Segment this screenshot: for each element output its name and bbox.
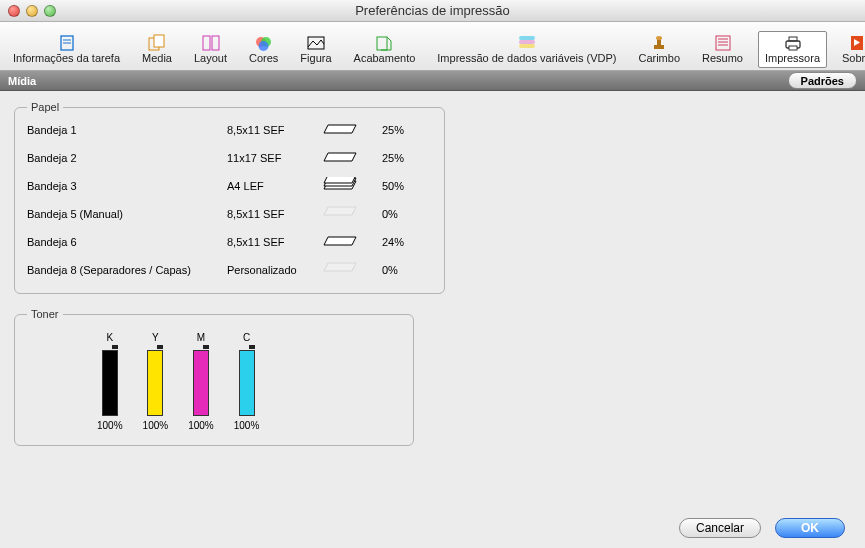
tray-level-icon [322, 149, 382, 167]
svg-point-17 [656, 36, 662, 40]
toolbar-item-impress[interactable]: Impressora [758, 31, 827, 68]
tray-name: Bandeja 3 [27, 180, 227, 192]
toner-item: K100% [97, 332, 123, 431]
content-area: Papel Bandeja 18,5x11 SEF25%Bandeja 211x… [0, 91, 865, 470]
toner-value: 100% [143, 420, 169, 431]
toner-legend: Toner [27, 308, 63, 320]
toner-item: Y100% [143, 332, 169, 431]
svg-rect-18 [716, 36, 730, 50]
toolbar-item-label: Figura [300, 52, 331, 64]
toolbar: Informações da tarefaMediaLayoutCoresFig… [0, 22, 865, 71]
ok-button-label: OK [801, 521, 819, 535]
toner-item: M100% [188, 332, 214, 431]
toolbar-item-sobre[interactable]: Sobre [835, 31, 865, 68]
toner-group: Toner K100%Y100%M100%C100% [14, 308, 414, 446]
toolbar-item-info[interactable]: Informações da tarefa [6, 31, 127, 68]
carimbo-icon [648, 34, 670, 52]
figura-icon [305, 34, 327, 52]
tray-level: 0% [382, 208, 432, 220]
cores-icon [253, 34, 275, 52]
toolbar-item-cores[interactable]: Cores [242, 31, 285, 68]
defaults-button[interactable]: Padrões [788, 72, 857, 89]
tray-level: 24% [382, 236, 432, 248]
window-title: Preferências de impressão [0, 3, 865, 18]
toolbar-item-label: Carimbo [638, 52, 680, 64]
tray-name: Bandeja 2 [27, 152, 227, 164]
toolbar-item-label: Impressora [765, 52, 820, 64]
toner-cap-icon [112, 345, 118, 349]
svg-point-9 [258, 41, 268, 51]
paper-grid: Bandeja 18,5x11 SEF25%Bandeja 211x17 SEF… [27, 121, 432, 279]
toolbar-item-label: Media [142, 52, 172, 64]
minimize-icon[interactable] [26, 5, 38, 17]
tray-level: 25% [382, 124, 432, 136]
tray-size: 8,5x11 SEF [227, 124, 322, 136]
impress-icon [782, 34, 804, 52]
titlebar: Preferências de impressão [0, 0, 865, 22]
tray-name: Bandeja 5 (Manual) [27, 208, 227, 220]
toolbar-item-acab[interactable]: Acabamento [347, 31, 423, 68]
toolbar-item-label: Sobre [842, 52, 865, 64]
toolbar-item-resumo[interactable]: Resumo [695, 31, 750, 68]
toolbar-item-vdp[interactable]: Impressão de dados variáveis (VDP) [430, 31, 623, 68]
svg-rect-10 [308, 37, 324, 49]
toolbar-item-label: Acabamento [354, 52, 416, 64]
toolbar-item-label: Resumo [702, 52, 743, 64]
toner-bar-icon [193, 350, 209, 416]
dialog-footer: Cancelar OK [0, 508, 865, 548]
acab-icon [373, 34, 395, 52]
toner-label: C [243, 332, 250, 343]
svg-rect-24 [789, 46, 797, 50]
tray-size: A4 LEF [227, 180, 322, 192]
tray-level: 0% [382, 264, 432, 276]
section-title: Mídia [8, 75, 36, 87]
toolbar-item-figura[interactable]: Figura [293, 31, 338, 68]
section-header: Mídia Padrões [0, 71, 865, 91]
tray-level-icon [322, 261, 382, 279]
toolbar-item-layout[interactable]: Layout [187, 31, 234, 68]
ok-button[interactable]: OK [775, 518, 845, 538]
tray-size: 11x17 SEF [227, 152, 322, 164]
toolbar-item-label: Cores [249, 52, 278, 64]
svg-rect-12 [519, 40, 535, 44]
tray-level-icon [322, 205, 382, 223]
toner-bar-icon [147, 350, 163, 416]
svg-rect-6 [212, 36, 219, 50]
tray-level: 50% [382, 180, 432, 192]
toner-cap-icon [203, 345, 209, 349]
svg-rect-14 [519, 36, 535, 40]
toner-cap-icon [157, 345, 163, 349]
toolbar-item-carimbo[interactable]: Carimbo [631, 31, 687, 68]
toner-label: Y [152, 332, 159, 343]
window-controls [0, 5, 56, 17]
toner-label: M [197, 332, 205, 343]
tray-name: Bandeja 6 [27, 236, 227, 248]
toner-item: C100% [234, 332, 260, 431]
toolbar-item-label: Layout [194, 52, 227, 64]
svg-rect-15 [654, 45, 664, 49]
toner-value: 100% [188, 420, 214, 431]
svg-rect-4 [154, 35, 164, 47]
tray-level-icon [322, 233, 382, 251]
toolbar-item-label: Informações da tarefa [13, 52, 120, 64]
toner-label: K [106, 332, 113, 343]
toner-row: K100%Y100%M100%C100% [27, 328, 401, 431]
close-icon[interactable] [8, 5, 20, 17]
svg-rect-5 [203, 36, 210, 50]
svg-rect-11 [377, 37, 387, 50]
toner-cap-icon [249, 345, 255, 349]
toner-value: 100% [97, 420, 123, 431]
defaults-button-label: Padrões [801, 75, 844, 87]
sobre-icon [846, 34, 865, 52]
toolbar-item-label: Impressão de dados variáveis (VDP) [437, 52, 616, 64]
media-icon [146, 34, 168, 52]
tray-size: Personalizado [227, 264, 322, 276]
toolbar-item-media[interactable]: Media [135, 31, 179, 68]
zoom-icon[interactable] [44, 5, 56, 17]
toner-bar-icon [102, 350, 118, 416]
paper-group: Papel Bandeja 18,5x11 SEF25%Bandeja 211x… [14, 101, 445, 294]
resumo-icon [712, 34, 734, 52]
vdp-icon [516, 34, 538, 52]
svg-rect-13 [519, 44, 535, 48]
cancel-button[interactable]: Cancelar [679, 518, 761, 538]
